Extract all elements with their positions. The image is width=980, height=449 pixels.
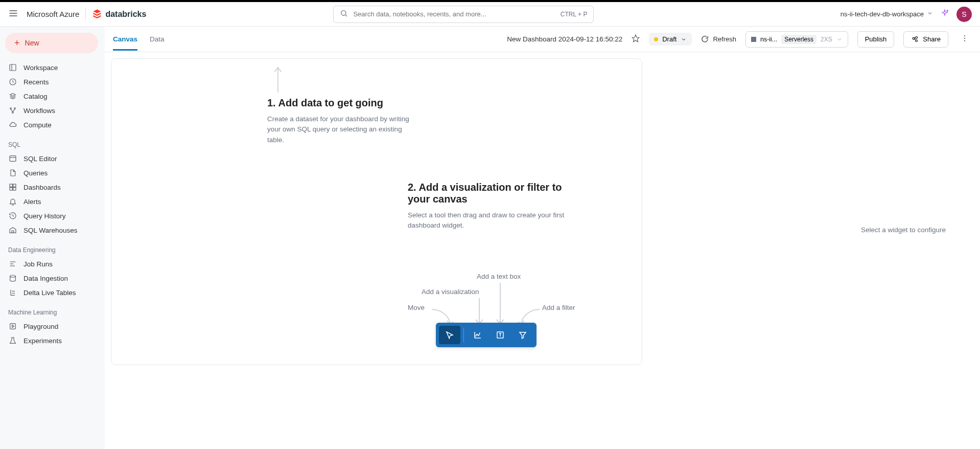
sidebar-item-workflows[interactable]: Workflows [5,103,100,118]
sidebar-item-label: Delta Live Tables [24,289,76,297]
svg-rect-5 [10,64,16,71]
sidebar-item-compute[interactable]: Compute [5,118,100,132]
workflows-icon [8,106,17,115]
ingestion-icon [8,274,17,282]
search-icon [340,9,348,19]
svg-marker-38 [520,332,526,339]
sidebar-item-job-runs[interactable]: Job Runs [5,257,100,271]
refresh-label: Refresh [713,35,736,43]
tool-visualization[interactable] [467,326,488,344]
hint-arrow-up-icon [272,64,284,97]
sidebar: + New Workspace Recents Catalog Workflow… [0,27,105,449]
sidebar-item-dlt[interactable]: Delta Live Tables [5,285,100,300]
more-menu-icon[interactable] [958,34,972,44]
sidebar-item-data-ingestion[interactable]: Data Ingestion [5,271,100,285]
tab-data[interactable]: Data [150,28,165,50]
chevron-down-icon [927,10,933,18]
cursor-icon [445,330,454,340]
global-search[interactable]: CTRL + P [333,6,594,23]
page-header: Canvas Data New Dashboard 2024-09-12 16:… [105,27,980,52]
textbox-icon [496,330,505,340]
user-avatar[interactable]: S [956,7,972,22]
sidebar-item-workspace[interactable]: Workspace [5,60,100,75]
share-icon [911,35,919,43]
sidebar-item-recents[interactable]: Recents [5,75,100,89]
sql-editor-icon [8,154,17,163]
label-move: Move [408,304,425,311]
dashboard-title[interactable]: New Dashboard 2024-09-12 16:50:22 [507,35,622,43]
label-text: Add a text box [477,273,521,280]
workspace-switcher[interactable]: ns-ii-tech-dev-db-workspace [841,10,933,18]
svg-point-29 [964,35,965,36]
sidebar-item-label: SQL Warehouses [24,227,78,234]
flask-icon [8,336,17,345]
sidebar-item-queries[interactable]: Queries [5,166,100,180]
sidebar-item-sql-editor[interactable]: SQL Editor [5,151,100,166]
canvas-column: 1. Add data to get going Create a datase… [105,52,827,449]
brand-divider [85,8,86,20]
svg-rect-16 [13,188,16,190]
refresh-button[interactable]: Refresh [701,35,736,43]
sidebar-item-catalog[interactable]: Catalog [5,89,100,103]
sidebar-item-label: SQL Editor [24,155,57,163]
tab-canvas[interactable]: Canvas [113,28,137,50]
canvas-panel[interactable]: 1. Add data to get going Create a datase… [111,58,642,365]
svg-rect-11 [10,156,16,162]
toolbar-separator [463,328,464,342]
sidebar-item-experiments[interactable]: Experiments [5,333,100,348]
sidebar-item-label: Workflows [24,107,55,115]
label-filter: Add a filter [542,304,575,311]
search-input[interactable] [353,10,555,18]
assistant-sparkle-icon[interactable] [940,9,949,20]
sidebar-item-label: Dashboards [24,184,61,191]
refresh-icon [701,35,709,43]
svg-rect-17 [12,231,14,233]
menu-icon[interactable] [8,8,18,20]
favorite-star-icon[interactable] [632,34,640,44]
new-button[interactable]: + New [5,33,98,53]
sidebar-section-de: Data Engineering [5,237,100,257]
sidebar-item-query-history[interactable]: Query History [5,209,100,223]
publish-button[interactable]: Publish [857,31,895,48]
step2-title: 2. Add a visualization or filter to your… [408,182,566,205]
status-dropdown[interactable]: Draft [649,33,692,46]
sidebar-item-label: Query History [24,212,66,220]
brand-block: Microsoft Azure databricks [27,8,146,20]
compute-name: ns-ii... [760,36,777,43]
top-bar: Microsoft Azure databricks CTRL + P ns-i… [0,2,980,27]
svg-point-27 [916,37,918,39]
sidebar-item-label: Job Runs [24,260,53,268]
share-button[interactable]: Share [903,31,948,48]
step1-desc: Create a dataset for your dashboard by w… [267,114,415,145]
svg-point-9 [14,108,16,109]
sidebar-section-sql: SQL [5,132,100,151]
search-shortcut: CTRL + P [561,11,588,18]
databricks-logo-icon [92,8,102,20]
history-icon [8,212,17,220]
sidebar-item-dashboards[interactable]: Dashboards [5,180,100,194]
sidebar-item-label: Playground [24,323,58,330]
content-area: Canvas Data New Dashboard 2024-09-12 16:… [105,27,980,449]
tool-move[interactable] [439,326,460,344]
sidebar-item-label: Experiments [24,337,62,345]
status-dot-icon [654,37,658,41]
main-layout: + New Workspace Recents Catalog Workflow… [0,27,980,449]
svg-point-8 [10,108,12,109]
sidebar-item-label: Queries [24,169,48,177]
job-runs-icon [8,260,17,268]
svg-point-10 [12,112,14,114]
sidebar-item-alerts[interactable]: Alerts [5,194,100,209]
search-wrap: CTRL + P [333,6,594,23]
databricks-brand[interactable]: databricks [92,8,146,20]
sidebar-item-label: Data Ingestion [24,275,68,282]
svg-point-31 [964,40,965,41]
sidebar-item-playground[interactable]: Playground [5,319,100,333]
tool-textbox[interactable] [489,326,511,344]
svg-point-3 [341,10,346,15]
clock-icon [8,78,17,86]
sidebar-item-label: Compute [24,121,52,129]
sidebar-item-label: Workspace [24,64,58,72]
compute-selector[interactable]: ns-ii... Serverless 2XS [745,31,848,48]
sidebar-item-sql-warehouses[interactable]: SQL Warehouses [5,223,100,237]
tool-filter[interactable] [512,326,533,344]
